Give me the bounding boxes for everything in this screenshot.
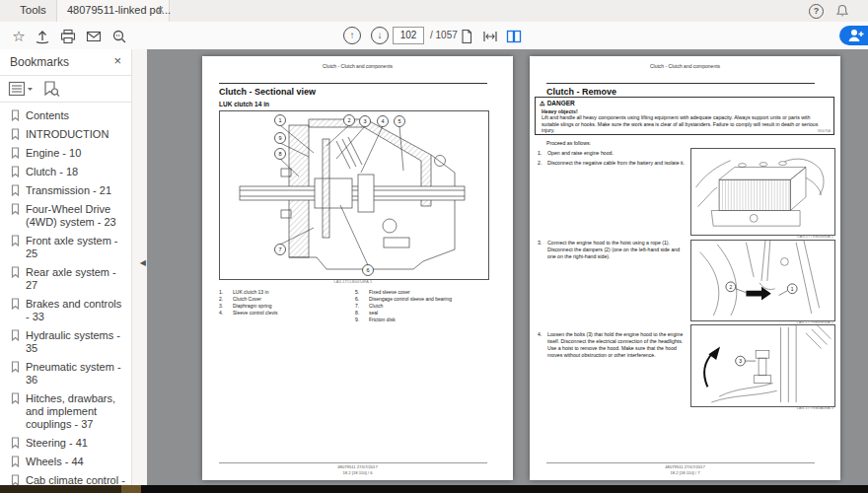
danger-code: W0076A [818, 129, 831, 133]
close-tab-icon[interactable]: × [157, 3, 164, 17]
legend-item: 5.Fixed sleeve cover [355, 289, 493, 295]
share-person-button[interactable] [839, 26, 868, 45]
footer-doc-number: 48079511 27/07/2017 [202, 464, 513, 469]
bookmark-item-front-axle[interactable]: Front axle system - 25 [0, 232, 131, 263]
legend-item: 6.Disengage control sleeve and bearing [355, 296, 493, 302]
bookmarks-list: Contents INTRODUCTION Engine - 10 Clutch… [0, 106, 131, 485]
bookmark-icon [11, 166, 20, 177]
bookmark-item-steering[interactable]: Steering - 41 [0, 434, 131, 453]
pdf-page-right: Clutch - Clutch and components Clutch - … [530, 56, 840, 480]
taskbar-strip [0, 485, 868, 493]
fit-width-icon[interactable] [481, 28, 499, 45]
email-icon[interactable] [85, 28, 103, 45]
bookmark-icon [11, 437, 20, 449]
acrobat-window: Tools 48079511-linked pd... × ? ☆ [0, 0, 868, 493]
bookmark-icon [11, 109, 20, 121]
bookmark-icon [11, 184, 20, 196]
footer-rule [219, 462, 487, 463]
bookmark-item-transmission[interactable]: Transmission - 21 [0, 181, 131, 200]
legend-item: 9.Friction disk [355, 317, 493, 322]
legend-item: 7.Clutch [355, 303, 493, 309]
section-title: Clutch - Sectional view [219, 87, 316, 97]
legend-item: 1.LUK clutch 13 in [219, 289, 349, 295]
bookmark-item-hydraulic[interactable]: Hydraulic systems - 35 [0, 326, 131, 358]
header-rule [219, 83, 487, 84]
main-toolbar: ☆ ↑ ↓ 102 / 1057 [0, 22, 868, 50]
bookmark-icon [11, 266, 20, 278]
bookmark-icon [11, 235, 20, 246]
bookmark-item-4wd-system[interactable]: Four-Wheel Drive (4WD) system - 23 [0, 200, 131, 232]
bookmark-item-cab-climate[interactable]: Cab climate control - 50 [0, 471, 131, 485]
step-4: 4.Loosen the bolts (3) that hold the eng… [538, 331, 687, 358]
document-scroll-area[interactable]: Clutch - Clutch and components Clutch - … [147, 49, 868, 485]
callout-3: 3 [739, 359, 742, 364]
previous-page-button[interactable]: ↑ [343, 27, 361, 44]
single-page-view-icon[interactable] [458, 28, 475, 45]
legend-item: 3.Diaphragm spring [219, 303, 349, 309]
hood-hoist-figure: 2 1 [690, 240, 835, 321]
bookmark-item-pneumatic[interactable]: Pneumatic system - 36 [0, 358, 131, 389]
figure-caption: LAIL17CLB0054FA 1 [219, 280, 487, 284]
page-number-input[interactable]: 102 [393, 27, 424, 44]
bookmarks-panel: Bookmarks × Contents INTRODUCTION Engine… [0, 49, 132, 485]
danger-body: Lift and handle all heavy components usi… [542, 114, 826, 134]
callout-7: 7 [278, 246, 281, 252]
step-2: 2.Disconnect the negative cable from the… [538, 160, 687, 167]
callout-6: 6 [366, 267, 369, 273]
warning-triangle-icon: ⚠ [540, 100, 545, 106]
callout-9: 9 [278, 135, 281, 141]
bookmark-item-engine[interactable]: Engine - 10 [0, 144, 131, 163]
header-rule [546, 83, 815, 84]
page-total-label: / 1057 [430, 30, 458, 40]
footer-doc-number: 48079511 27/07/2017 [530, 464, 840, 469]
bookmark-icon [11, 128, 20, 140]
callout-2: 2 [729, 285, 732, 290]
bookmark-item-clutch[interactable]: Clutch - 18 [0, 163, 131, 181]
figure-caption: LAIL17TRB0A08A 3 [690, 406, 833, 410]
find-current-bookmark-icon[interactable] [41, 80, 61, 98]
section-subtitle: LUK clutch 14 in [219, 101, 269, 107]
search-icon[interactable] [110, 28, 128, 45]
pdf-page-left: Clutch - Clutch and components Clutch - … [202, 56, 513, 480]
notifications-bell-icon[interactable] [835, 4, 849, 18]
bookmark-item-contents[interactable]: Contents [0, 106, 131, 125]
footer-page-number: 18.2 [18.110] / 6 [202, 470, 513, 475]
step-1: 1.Open and raise engine hood. [538, 150, 687, 157]
next-page-button[interactable]: ↓ [371, 27, 389, 44]
footer-rule [546, 462, 815, 463]
collapse-sidebar-icon[interactable]: ◀ [140, 258, 146, 267]
bookmark-item-hitches[interactable]: Hitches, drawbars, and implement couplin… [0, 389, 131, 434]
share-upload-icon[interactable] [34, 28, 51, 45]
legend-item: 8.seal [355, 310, 493, 316]
callout-1: 1 [278, 117, 281, 123]
bookmarks-close-icon[interactable]: × [113, 53, 121, 68]
print-icon[interactable] [59, 28, 77, 45]
callout-1: 1 [791, 287, 794, 292]
tab-tools[interactable]: Tools [20, 4, 46, 16]
bookmark-item-introduction[interactable]: INTRODUCTION [0, 125, 131, 144]
figure-caption: LAIL17TRB0484A 1 [690, 235, 833, 239]
bookmark-options-icon[interactable] [8, 80, 34, 98]
sectional-view-figure: 1 2 3 4 5 9 8 7 6 [219, 110, 489, 280]
help-icon[interactable]: ? [809, 4, 824, 19]
tab-bar: Tools 48079511-linked pd... × ? [0, 0, 868, 23]
bookmark-icon [11, 456, 20, 467]
sidebar-splitter[interactable]: ◀ [132, 49, 147, 485]
callout-3: 3 [363, 118, 366, 124]
step-3: 3.Connect the engine hood to the hoist u… [538, 240, 687, 260]
bookmark-icon [11, 203, 20, 215]
bookmark-item-rear-axle[interactable]: Rear axle system - 27 [0, 263, 131, 295]
document-tab-title: 48079511-linked pd... [67, 4, 171, 16]
procedure-intro: Proceed as follows: [546, 140, 591, 146]
two-page-view-icon[interactable] [505, 28, 523, 45]
bookmark-item-brakes[interactable]: Brakes and controls - 33 [0, 295, 131, 326]
tab-document[interactable]: 48079511-linked pd... × [56, 0, 170, 22]
battery-figure [690, 148, 835, 236]
footer-page-number: 18.2 [18.110] / 7 [530, 470, 840, 475]
bookmark-icon [11, 392, 20, 404]
favorite-star-icon[interactable]: ☆ [10, 28, 28, 45]
divider [0, 102, 131, 103]
bookmark-item-wheels[interactable]: Wheels - 44 [0, 453, 131, 471]
taskbar-segment [0, 485, 121, 493]
hood-bolt-figure: 3 [690, 324, 835, 407]
